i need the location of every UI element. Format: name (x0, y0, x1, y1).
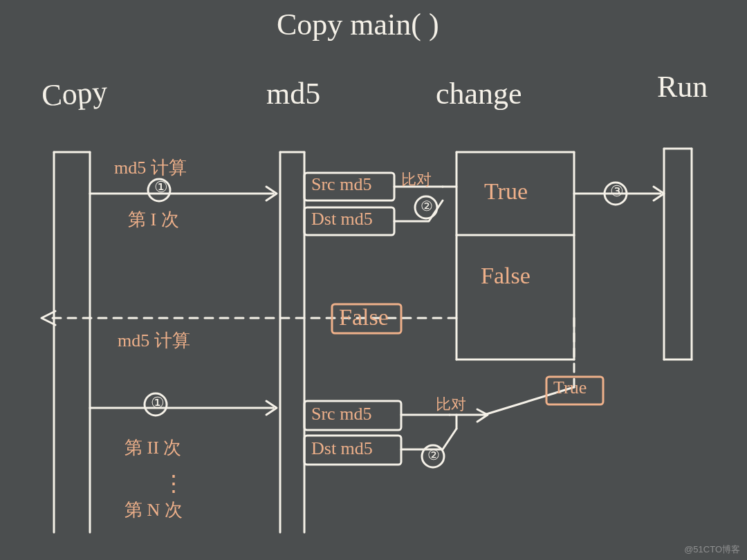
md5-calc-1: md5 计算 (114, 156, 187, 180)
step-2b: ② (427, 447, 440, 463)
compare-1: 比对 (401, 169, 432, 190)
src-md5-2: Src md5 (311, 404, 371, 424)
step-3: ③ (610, 183, 624, 200)
compare-2: 比对 (436, 394, 466, 415)
second-time: 第 II 次 (124, 436, 181, 460)
md5-calc-2: md5 计算 (118, 328, 190, 353)
false-mid: False (339, 304, 389, 330)
dst-md5-2: Dst md5 (311, 438, 373, 459)
lane-run: Run (657, 69, 708, 104)
dst-md5-1: Dst md5 (311, 209, 373, 230)
dots: ⋮ (163, 470, 185, 496)
src-md5-1: Src md5 (311, 174, 371, 195)
lane-copy: Copy (40, 74, 109, 114)
true-2: True (553, 377, 587, 398)
watermark: @51CTO博客 (684, 543, 740, 556)
false-label: False (481, 263, 531, 289)
diagram-strokes (0, 0, 747, 560)
true-label: True (484, 178, 528, 205)
step-2a: ② (421, 198, 433, 214)
lane-change: change (436, 76, 522, 111)
title: Copy main( ) (277, 7, 439, 42)
lane-md5: md5 (266, 76, 320, 111)
nth-time: 第 N 次 (124, 498, 183, 522)
first-time: 第 I 次 (128, 207, 179, 232)
step-1b: ① (151, 394, 165, 412)
step-1: ① (154, 178, 168, 196)
